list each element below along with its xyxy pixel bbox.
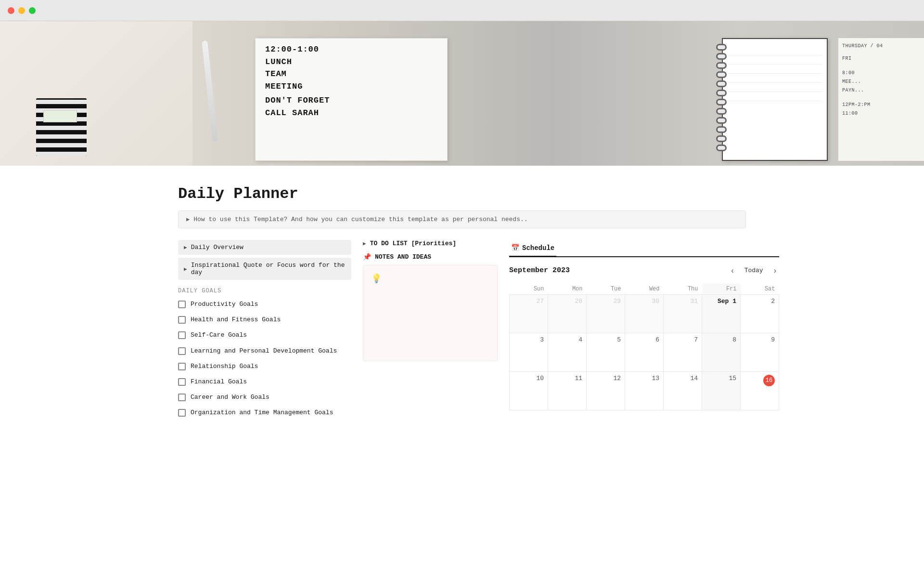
cal-num-sep9: 9 <box>744 336 775 343</box>
cal-cell-sep7[interactable]: 7 <box>664 333 702 372</box>
cal-cell-sep12[interactable]: 12 <box>587 372 625 410</box>
goal-label-health: Health and Fitness Goals <box>191 315 281 324</box>
cal-cell-sep8[interactable]: 8 <box>702 333 741 372</box>
goal-checkbox-productivity[interactable] <box>178 301 186 308</box>
cal-cell-sep4[interactable]: 4 <box>548 333 587 372</box>
goal-checkbox-financial[interactable] <box>178 378 186 386</box>
todo-header[interactable]: ▶ TO DO LIST [Priorities] <box>363 240 498 247</box>
cal-cell-sep13[interactable]: 13 <box>625 372 664 410</box>
cal-num-aug28: 28 <box>552 298 582 305</box>
goal-item-productivity: Productivity Goals <box>178 299 351 310</box>
cal-cell-sep10[interactable]: 10 <box>510 372 548 410</box>
notes-label: NOTES AND IDEAS <box>375 253 431 261</box>
spiral-notebook <box>722 38 828 161</box>
cal-cell-sep15[interactable]: 15 <box>702 372 741 410</box>
cal-num-sep4: 4 <box>552 336 582 343</box>
calendar-icon: 📅 <box>511 244 519 252</box>
hint-box[interactable]: ▶ How to use this Template? And how you … <box>178 210 746 228</box>
notepad-line-2: LUNCH <box>265 56 437 68</box>
three-col-layout: ▶ Daily Overview ▶ Inspirational Quote o… <box>178 240 746 423</box>
cal-cell-sep14[interactable]: 14 <box>664 372 702 410</box>
calendar-today-button[interactable]: Today <box>741 265 767 276</box>
cal-cell-sep11[interactable]: 11 <box>548 372 587 410</box>
goal-label-relationship: Relationship Goals <box>191 362 258 371</box>
schedule-tab-label: Schedule <box>522 244 554 252</box>
cal-cell-aug27[interactable]: 27 <box>510 295 548 333</box>
cal-num-sep8: 8 <box>706 336 736 343</box>
daily-overview-toggle[interactable]: ▶ Daily Overview <box>178 240 351 255</box>
goal-label-selfcare: Self-Care Goals <box>191 331 247 340</box>
cal-num-sep5: 5 <box>590 336 621 343</box>
notes-area[interactable]: 💡 <box>363 265 498 361</box>
daily-overview-label: Daily Overview <box>191 244 244 251</box>
goal-item-career: Career and Work Goals <box>178 392 351 403</box>
cal-cell-sep3[interactable]: 3 <box>510 333 548 372</box>
planner-art: 12:00-1:00 LUNCH TEAM MEETING DON'T FORG… <box>0 21 924 166</box>
toggle-arrow-1: ▶ <box>184 244 187 250</box>
cal-cell-aug29[interactable]: 29 <box>587 295 625 333</box>
calendar-week-1: 27 28 29 30 31 Sep 1 2 <box>510 295 779 333</box>
calendar-tab-bar: 📅 Schedule <box>509 240 779 257</box>
cal-cell-aug30[interactable]: 30 <box>625 295 664 333</box>
inspirational-quote-label: Inspirational Quote or Focus word for th… <box>191 262 346 276</box>
calendar-week-2: 3 4 5 6 7 8 9 <box>510 333 779 372</box>
cal-num-sep3: 3 <box>513 336 544 343</box>
minimize-button[interactable] <box>18 7 25 14</box>
cal-cell-sep1[interactable]: Sep 1 <box>702 295 741 333</box>
calendar-month-year: September 2023 <box>509 266 570 275</box>
notepad-line-3: TEAM <box>265 68 437 80</box>
cal-cell-aug31[interactable]: 31 <box>664 295 702 333</box>
cal-cell-sep16[interactable]: 16 <box>741 372 779 410</box>
goal-checkbox-relationship[interactable] <box>178 363 186 370</box>
cal-num-sep16: 16 <box>763 375 775 386</box>
left-bg <box>0 21 192 166</box>
cal-num-sep6: 6 <box>629 336 659 343</box>
notepad-line-4: MEETING <box>265 80 437 93</box>
goal-label-productivity: Productivity Goals <box>191 300 258 309</box>
hero-banner: 12:00-1:00 LUNCH TEAM MEETING DON'T FORG… <box>0 21 924 166</box>
goal-checkbox-selfcare[interactable] <box>178 331 186 339</box>
goal-checkbox-organization[interactable] <box>178 409 186 417</box>
cal-header-mon: Mon <box>548 284 587 295</box>
close-button[interactable] <box>8 7 14 14</box>
goal-label-learning: Learning and Personal Development Goals <box>191 347 337 355</box>
cal-cell-sep5[interactable]: 5 <box>587 333 625 372</box>
toggle-arrow-2: ▶ <box>184 266 187 272</box>
cal-cell-sep9[interactable]: 9 <box>741 333 779 372</box>
goal-item-relationship: Relationship Goals <box>178 361 351 372</box>
right-column-calendar: 📅 Schedule September 2023 ‹ Today › Sun … <box>509 240 779 410</box>
cal-num-sep14: 14 <box>667 375 698 382</box>
cal-cell-sep2[interactable]: 2 <box>741 295 779 333</box>
calendar-header-row: Sun Mon Tue Wed Thu Fri Sat <box>510 284 779 295</box>
bulb-icon: 💡 <box>371 273 382 284</box>
calendar-nav-group: ‹ Today › <box>728 265 779 276</box>
calendar-next-button[interactable]: › <box>771 265 779 276</box>
hint-arrow: ▶ <box>186 216 190 223</box>
goal-checkbox-career[interactable] <box>178 394 186 401</box>
cal-num-sep11: 11 <box>552 375 582 382</box>
main-content: Daily Planner ▶ How to use this Template… <box>149 166 775 452</box>
calendar-prev-button[interactable]: ‹ <box>728 265 736 276</box>
goal-checkbox-health[interactable] <box>178 316 186 324</box>
todo-label: TO DO LIST [Priorities] <box>370 240 456 247</box>
calendar-week-3: 10 11 12 13 14 15 16 <box>510 372 779 410</box>
cal-num-sep13: 13 <box>629 375 659 382</box>
cal-header-sat: Sat <box>741 284 779 295</box>
notepad-line-6: CALL SARAH <box>265 107 437 119</box>
notepad-line-1: 12:00-1:00 <box>265 43 437 56</box>
cal-cell-aug28[interactable]: 28 <box>548 295 587 333</box>
goal-checkbox-learning[interactable] <box>178 347 186 355</box>
notepad-art: 12:00-1:00 LUNCH TEAM MEETING DON'T FORG… <box>255 38 448 161</box>
far-right-planner: THURSDAY / 04 FRI 8:00 MEE... PAYN... 12… <box>837 38 924 161</box>
maximize-button[interactable] <box>29 7 36 14</box>
cal-header-tue: Tue <box>587 284 625 295</box>
cal-header-wed: Wed <box>625 284 664 295</box>
inspirational-quote-toggle[interactable]: ▶ Inspirational Quote or Focus word for … <box>178 258 351 280</box>
cal-num-sep12: 12 <box>590 375 621 382</box>
schedule-tab[interactable]: 📅 Schedule <box>509 240 556 257</box>
cal-num-aug31: 31 <box>667 298 698 305</box>
goal-label-career: Career and Work Goals <box>191 393 270 402</box>
cal-cell-sep6[interactable]: 6 <box>625 333 664 372</box>
cal-num-sep10: 10 <box>513 375 544 382</box>
goal-item-selfcare: Self-Care Goals <box>178 330 351 341</box>
